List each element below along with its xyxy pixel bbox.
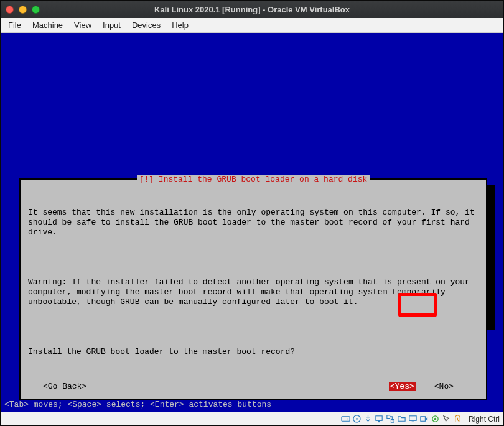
recording-icon[interactable]	[419, 414, 429, 424]
dialog-para1: It seems that this new installation is t…	[28, 208, 478, 238]
svg-rect-4	[376, 416, 382, 421]
window-title: Kali Linux 2020.1 [Running] - Oracle VM …	[154, 5, 350, 14]
virtualbox-window: Kali Linux 2020.1 [Running] - Oracle VM …	[0, 0, 504, 426]
go-back-button[interactable]: <Go Back>	[28, 382, 86, 391]
network-icon[interactable]	[386, 414, 395, 424]
svg-rect-6	[387, 415, 390, 419]
statusbar: Right Ctrl	[1, 412, 503, 425]
svg-point-3	[356, 418, 358, 420]
usb-icon[interactable]	[363, 414, 373, 424]
optical-disc-icon[interactable]	[352, 414, 362, 424]
svg-rect-9	[421, 417, 426, 422]
yes-button[interactable]: <Yes>	[389, 382, 416, 391]
svg-rect-8	[409, 416, 416, 421]
hostkey-label[interactable]: Right Ctrl	[469, 415, 500, 424]
svg-point-1	[347, 419, 348, 420]
titlebar[interactable]: Kali Linux 2020.1 [Running] - Oracle VM …	[1, 1, 503, 18]
display-icon[interactable]	[408, 414, 418, 424]
menu-input[interactable]: Input	[103, 21, 121, 30]
hard-disk-icon[interactable]	[341, 414, 350, 424]
audio-icon[interactable]	[375, 414, 384, 424]
vm-display[interactable]: [!] Install the GRUB boot loader on a ha…	[1, 33, 503, 412]
dialog-title: [!] Install the GRUB boot loader on a ha…	[137, 175, 370, 184]
menu-file[interactable]: File	[8, 21, 21, 30]
minimize-icon[interactable]	[19, 6, 27, 14]
no-button[interactable]: <No>	[434, 382, 454, 391]
shared-folder-icon[interactable]	[397, 414, 406, 424]
dialog-title-row: [!] Install the GRUB boot loader on a ha…	[24, 175, 482, 179]
cpu-icon[interactable]	[431, 414, 440, 424]
svg-point-11	[434, 418, 437, 420]
mouse-integration-icon[interactable]	[442, 414, 451, 424]
status-icons	[341, 414, 462, 424]
menu-view[interactable]: View	[74, 21, 91, 30]
close-icon[interactable]	[6, 6, 14, 14]
menu-devices[interactable]: Devices	[132, 21, 161, 30]
dialog-buttons: <Go Back> <Yes> <No>	[24, 377, 482, 392]
window-controls	[6, 6, 40, 14]
grub-install-dialog: [!] Install the GRUB boot loader on a ha…	[19, 178, 487, 400]
svg-rect-5	[378, 420, 380, 422]
maximize-icon[interactable]	[32, 6, 40, 14]
dialog-para2: Warning: If the installer failed to dete…	[28, 277, 478, 307]
keyboard-capture-icon[interactable]	[453, 414, 462, 424]
keyboard-hints: <Tab> moves; <Space> selects; <Enter> ac…	[4, 400, 271, 409]
menu-help[interactable]: Help	[172, 21, 189, 30]
menubar: File Machine View Input Devices Help	[1, 18, 503, 33]
menu-machine[interactable]: Machine	[32, 21, 63, 30]
dialog-body: It seems that this new installation is t…	[24, 185, 482, 377]
dialog-question: Install the GRUB boot loader to the mast…	[28, 347, 478, 357]
